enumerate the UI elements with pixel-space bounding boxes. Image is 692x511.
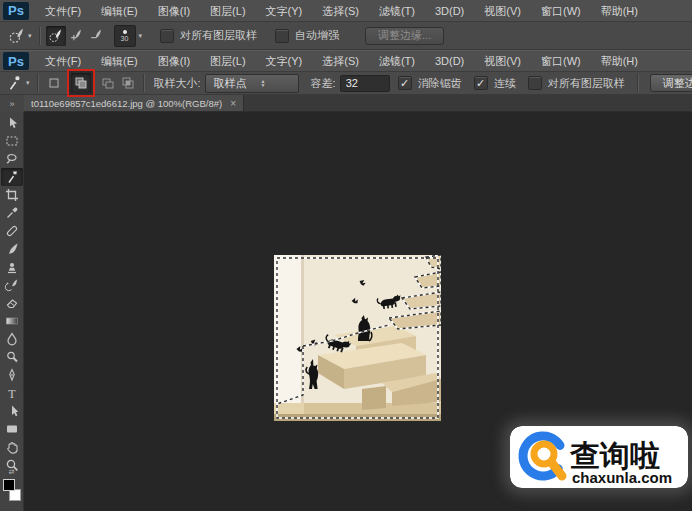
lasso-tool[interactable] [1, 150, 23, 168]
separator [37, 74, 39, 92]
annotation-highlight-box [67, 69, 95, 97]
tolerance-label: 容差: [311, 76, 336, 91]
subtract-quick-selection-button[interactable] [86, 26, 106, 46]
svg-text:T: T [8, 387, 16, 401]
brush-add-icon [68, 28, 83, 43]
magic-wand-tool-preset[interactable] [2, 73, 26, 93]
menu-type[interactable]: 文字(Y) [256, 0, 313, 22]
watermark-domain-text: chaxunla.com [572, 469, 672, 486]
menu-window[interactable]: 窗口(W) [531, 0, 591, 22]
floor-light [274, 403, 304, 414]
refine-edge-button-disabled: 调整边缘... [365, 27, 444, 45]
menu-layer[interactable]: 图层(L) [200, 50, 255, 72]
intersect-selection-icon [121, 76, 135, 90]
sample-size-dropdown[interactable]: 取样点 ▲▼ [205, 74, 299, 93]
shape-tool[interactable] [1, 420, 23, 438]
tolerance-input[interactable] [340, 75, 390, 92]
brush-size-preview: 30 [114, 25, 136, 47]
brush-new-icon [48, 28, 63, 43]
canvas-area: 查询啦 chaxunla.com [24, 112, 692, 511]
menu-select[interactable]: 选择(S) [312, 50, 369, 72]
magic-wand-icon [6, 75, 22, 91]
dropdown-spinner-icon: ▲▼ [261, 79, 266, 87]
image-left-wall [274, 255, 304, 405]
brush-size-picker[interactable]: 30 ▾ [114, 25, 145, 47]
quick-selection-tool-icon[interactable] [4, 26, 28, 46]
document-title: t0110e69857c1ed6612.jpg @ 100%(RGB/8#) [31, 98, 222, 109]
type-tool[interactable]: T [1, 384, 23, 402]
magic-wand-options-bar: ▾ 取样大小: 取样点 ▲▼ 容差: ✓ [0, 72, 692, 95]
swap-colors-icon[interactable]: ⇄ [2, 468, 22, 476]
brush-tip-dot-icon [123, 30, 127, 34]
anti-alias-checkbox[interactable]: ✓ [398, 76, 412, 90]
document-image[interactable] [274, 255, 441, 421]
dodge-tool[interactable] [1, 348, 23, 366]
auto-enhance-label: 自动增强 [295, 28, 339, 43]
tools-panel: T ⇄ [0, 112, 24, 511]
menu-3d[interactable]: 3D(D) [425, 50, 474, 72]
history-brush-tool[interactable] [1, 276, 23, 294]
clone-stamp-tool[interactable] [1, 258, 23, 276]
separator [39, 27, 41, 45]
menu-3d[interactable]: 3D(D) [425, 0, 474, 22]
menu-filter[interactable]: 滤镜(T) [369, 0, 425, 22]
add-to-selection-icon [74, 76, 88, 90]
watermark-brand-text: 查询啦 [569, 439, 660, 472]
crop-tool[interactable] [1, 186, 23, 204]
tools-panel-collapse-button[interactable]: » [0, 95, 24, 113]
new-selection-button[interactable] [44, 73, 64, 93]
magic-wand-tool[interactable] [1, 168, 23, 186]
menu-select[interactable]: 选择(S) [312, 0, 369, 22]
sample-all-layers-checkbox[interactable] [528, 76, 542, 90]
add-quick-selection-button[interactable] [66, 26, 86, 46]
menu-type[interactable]: 文字(Y) [256, 50, 313, 72]
document-tab-bar: t0110e69857c1ed6612.jpg @ 100%(RGB/8#) × [24, 95, 692, 112]
refine-edge-button[interactable]: 调整边缘... [650, 74, 692, 92]
quick-selection-options-bar: ▾ 30 ▾ 对所有图层取样 自动增强 调整边缘... [0, 22, 692, 50]
tab-close-icon[interactable]: × [230, 98, 236, 109]
menu-window[interactable]: 窗口(W) [531, 50, 591, 72]
menu-view[interactable]: 视图(V) [474, 50, 531, 72]
spot-healing-brush-tool[interactable] [1, 222, 23, 240]
hand-tool[interactable] [1, 438, 23, 456]
brush-size-value: 30 [121, 35, 129, 42]
auto-enhance-checkbox[interactable] [275, 29, 289, 43]
menu-filter[interactable]: 滤镜(T) [369, 50, 425, 72]
sample-size-value: 取样点 [214, 76, 247, 91]
subtract-from-selection-icon [101, 76, 115, 90]
sample-all-layers-checkbox-qs[interactable] [160, 29, 174, 43]
new-quick-selection-button[interactable] [46, 26, 66, 46]
add-to-selection-button[interactable] [71, 73, 91, 93]
blur-tool[interactable] [1, 330, 23, 348]
sample-all-layers-label: 对所有图层取样 [548, 76, 625, 91]
brush-tool[interactable] [1, 240, 23, 258]
contiguous-checkbox[interactable]: ✓ [474, 76, 488, 90]
path-selection-tool[interactable] [1, 402, 23, 420]
document-tab[interactable]: t0110e69857c1ed6612.jpg @ 100%(RGB/8#) × [24, 95, 244, 111]
menu-help[interactable]: 帮助(H) [591, 0, 648, 22]
new-selection-icon [47, 76, 61, 90]
menu-view[interactable]: 视图(V) [474, 0, 531, 22]
separator [143, 74, 145, 92]
tool-preset-caret[interactable]: ▾ [26, 79, 30, 87]
move-tool[interactable] [1, 114, 23, 132]
photoshop-logo: Ps [3, 52, 29, 70]
menu-edit[interactable]: 编辑(E) [91, 50, 148, 72]
menu-image[interactable]: 图像(I) [148, 0, 200, 22]
pen-tool[interactable] [1, 366, 23, 384]
menu-help[interactable]: 帮助(H) [591, 50, 648, 72]
tool-preset-caret[interactable]: ▾ [28, 32, 32, 40]
menu-image[interactable]: 图像(I) [148, 50, 200, 72]
eyedropper-tool[interactable] [1, 204, 23, 222]
foreground-color-swatch[interactable] [3, 479, 15, 491]
intersect-selection-button[interactable] [118, 73, 138, 93]
menu-file[interactable]: 文件(F) [35, 0, 91, 22]
rectangular-marquee-tool[interactable] [1, 132, 23, 150]
active-window-menubar: Ps 文件(F) 编辑(E) 图像(I) 图层(L) 文字(Y) 选择(S) 滤… [0, 50, 692, 72]
subtract-from-selection-button[interactable] [98, 73, 118, 93]
eraser-tool[interactable] [1, 294, 23, 312]
gradient-tool[interactable] [1, 312, 23, 330]
menu-layer[interactable]: 图层(L) [200, 0, 255, 22]
brush-size-caret[interactable]: ▾ [139, 32, 143, 40]
menu-edit[interactable]: 编辑(E) [91, 0, 148, 22]
